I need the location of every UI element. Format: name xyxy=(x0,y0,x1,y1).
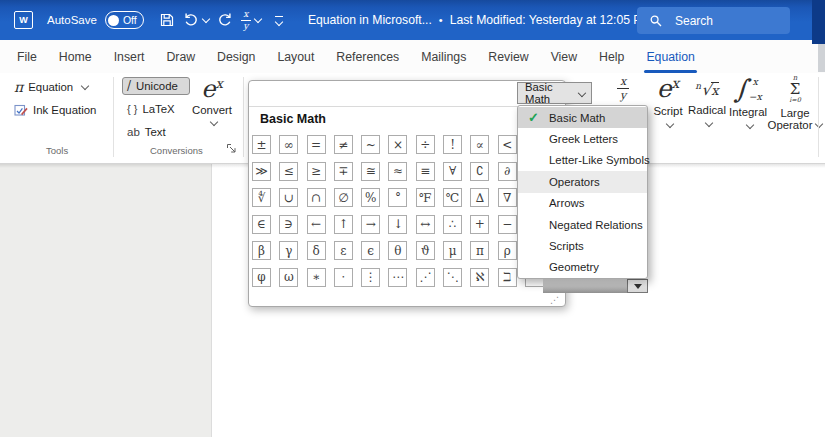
tab-home[interactable]: Home xyxy=(48,40,103,73)
radical-button[interactable]: n√x Radical xyxy=(687,76,727,126)
symbol-cell[interactable]: ÷ xyxy=(416,135,435,154)
symbol-cell[interactable]: ∞ xyxy=(279,135,298,154)
symbol-cell[interactable]: ∜ xyxy=(252,188,271,207)
menu-item-basic-math[interactable]: ✓Basic Math xyxy=(518,107,647,128)
symbol-cell[interactable]: + xyxy=(470,215,489,234)
tab-equation[interactable]: Equation xyxy=(635,40,706,73)
integral-button[interactable]: ∫ x −x Integral xyxy=(727,76,769,128)
convert-button[interactable]: ex Convert xyxy=(188,75,236,125)
menu-item-geometry[interactable]: Geometry xyxy=(518,257,647,278)
symbol-cell[interactable]: ∂ xyxy=(498,162,517,181)
unicode-toggle-button[interactable]: / Unicode xyxy=(122,77,190,95)
symbol-cell[interactable]: ± xyxy=(252,135,271,154)
symbol-cell[interactable]: ∩ xyxy=(307,188,326,207)
autosave-toggle[interactable]: Off xyxy=(105,11,144,29)
insert-equation-quick-button[interactable]: x y xyxy=(238,7,264,34)
symbol-cell[interactable]: ≤ xyxy=(279,162,298,181)
symbol-cell[interactable]: ° xyxy=(388,188,407,207)
symbol-cell[interactable]: < xyxy=(498,135,517,154)
tab-review[interactable]: Review xyxy=(477,40,539,73)
symbol-cell[interactable]: ∇ xyxy=(498,188,517,207)
symbol-cell[interactable]: ⋅ xyxy=(334,268,353,287)
symbol-cell[interactable]: ∀ xyxy=(443,162,462,181)
symbol-cell[interactable]: ← xyxy=(307,215,326,234)
symbol-cell[interactable]: × xyxy=(388,135,407,154)
symbol-cell[interactable]: ⋯ xyxy=(388,268,407,287)
symbol-cell[interactable]: φ xyxy=(252,268,271,287)
symbol-cell[interactable]: ⋮ xyxy=(361,268,380,287)
redo-button[interactable] xyxy=(214,9,236,31)
symbol-cell[interactable]: ℃ xyxy=(443,188,462,207)
symbol-cell[interactable]: % xyxy=(361,188,380,207)
symbol-cell[interactable]: ∴ xyxy=(443,215,462,234)
symbol-cell[interactable]: ⋱ xyxy=(443,268,462,287)
dialog-launcher-icon[interactable] xyxy=(226,143,237,154)
symbol-cell[interactable]: ℵ xyxy=(470,268,489,287)
symbol-cell[interactable]: ↔ xyxy=(416,215,435,234)
customize-qat-button[interactable] xyxy=(272,13,286,28)
symbol-cell[interactable]: ≥ xyxy=(307,162,326,181)
tab-layout[interactable]: Layout xyxy=(266,40,325,73)
symbol-cell[interactable]: ε xyxy=(334,241,353,260)
menu-item-letter-like-symbols[interactable]: Letter-Like Symbols xyxy=(518,150,647,171)
symbol-cell[interactable]: ∋ xyxy=(279,215,298,234)
symbol-cell[interactable]: ≈ xyxy=(388,162,407,181)
symbol-cell[interactable]: ∝ xyxy=(470,135,489,154)
undo-button[interactable] xyxy=(180,9,212,31)
latex-button[interactable]: { } LaTeX xyxy=(123,101,179,117)
last-modified-text[interactable]: Last Modified: Yesterday at 12:05 PM xyxy=(450,13,652,27)
search-box[interactable]: Search xyxy=(637,7,790,34)
category-selector-button[interactable]: Basic Math xyxy=(517,82,592,104)
equation-object-handle[interactable] xyxy=(543,279,627,293)
symbol-cell[interactable]: μ xyxy=(443,241,462,260)
symbol-cell[interactable]: ≠ xyxy=(334,135,353,154)
symbol-cell[interactable]: ! xyxy=(443,135,462,154)
tab-view[interactable]: View xyxy=(540,40,588,73)
symbol-cell[interactable]: → xyxy=(361,215,380,234)
text-button[interactable]: ab Text xyxy=(123,124,170,140)
symbol-cell[interactable]: ∗ xyxy=(307,268,326,287)
menu-item-scripts[interactable]: Scripts xyxy=(518,235,647,256)
symbol-cell[interactable]: ~ xyxy=(361,135,380,154)
symbol-cell[interactable]: ∆ xyxy=(470,188,489,207)
equation-object-dropdown-button[interactable] xyxy=(627,279,648,293)
large-operator-button[interactable]: n Σ i=0 Large Operator xyxy=(768,75,822,131)
menu-item-arrows[interactable]: Arrows xyxy=(518,193,647,214)
symbol-cell[interactable]: ∓ xyxy=(334,162,353,181)
resize-grip-icon[interactable]: ⋰ xyxy=(550,295,559,305)
symbol-cell[interactable]: ϵ xyxy=(361,241,380,260)
script-button[interactable]: ex Script xyxy=(648,76,688,127)
symbol-cell[interactable]: ≫ xyxy=(252,162,271,181)
save-button[interactable] xyxy=(156,9,178,31)
menu-item-greek-letters[interactable]: Greek Letters xyxy=(518,128,647,149)
symbol-cell[interactable]: ϑ xyxy=(416,241,435,260)
fraction-button[interactable]: x y xyxy=(605,76,641,101)
symbol-cell[interactable]: ≅ xyxy=(361,162,380,181)
symbol-cell[interactable]: ω xyxy=(279,268,298,287)
symbol-cell[interactable]: ρ xyxy=(498,241,517,260)
tab-mailings[interactable]: Mailings xyxy=(410,40,477,73)
symbol-cell[interactable]: ∪ xyxy=(279,188,298,207)
tab-references[interactable]: References xyxy=(325,40,410,73)
symbol-cell[interactable]: ≡ xyxy=(416,162,435,181)
symbol-cell[interactable]: ↑ xyxy=(334,215,353,234)
tab-draw[interactable]: Draw xyxy=(155,40,206,73)
equation-dropdown-button[interactable]: π Equation xyxy=(10,78,92,96)
tab-insert[interactable]: Insert xyxy=(103,40,156,73)
symbol-cell[interactable]: β xyxy=(252,241,271,260)
ink-equation-button[interactable]: Ink Equation xyxy=(10,101,100,119)
menu-item-negated-relations[interactable]: Negated Relations xyxy=(518,214,647,235)
tab-design[interactable]: Design xyxy=(206,40,266,73)
tab-help[interactable]: Help xyxy=(588,40,635,73)
symbol-cell[interactable]: ℉ xyxy=(416,188,435,207)
symbol-cell[interactable]: ℶ xyxy=(498,268,517,287)
symbol-cell[interactable]: ∈ xyxy=(252,215,271,234)
symbol-cell[interactable]: δ xyxy=(307,241,326,260)
menu-item-operators[interactable]: Operators xyxy=(518,171,647,192)
symbol-cell[interactable]: ∅ xyxy=(334,188,353,207)
symbol-cell[interactable]: γ xyxy=(279,241,298,260)
symbol-cell[interactable]: − xyxy=(498,215,517,234)
symbol-cell[interactable]: = xyxy=(307,135,326,154)
symbol-cell[interactable]: ⋰ xyxy=(416,268,435,287)
symbol-cell[interactable]: π xyxy=(470,241,489,260)
